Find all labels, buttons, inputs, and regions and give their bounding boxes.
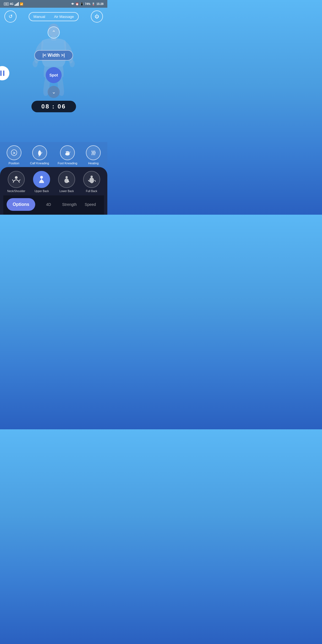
position-control[interactable]: Position <box>7 145 21 165</box>
lower-back-icon <box>62 175 71 184</box>
position-circle <box>7 145 21 160</box>
pause-icon <box>0 70 4 76</box>
full-back-label: Full Back <box>86 190 97 193</box>
status-left: HD 4G 📶 <box>4 2 23 6</box>
manual-mode-button[interactable]: Manual <box>29 13 50 21</box>
width-label: |< Width >| <box>43 53 65 58</box>
spot-label: Spot <box>49 73 58 77</box>
battery-level: 74% <box>85 2 90 6</box>
svg-point-5 <box>67 151 68 152</box>
upper-back-icon <box>37 175 46 184</box>
heating-icon <box>89 149 97 157</box>
battery-icon: 🪫 <box>92 2 95 6</box>
eye-icon: 👁 <box>71 2 74 6</box>
speed-tab[interactable]: Speed <box>80 200 101 209</box>
svg-point-10 <box>91 176 93 178</box>
svg-point-2 <box>32 60 38 67</box>
svg-point-6 <box>68 151 69 152</box>
network-indicator: 4G <box>10 2 13 6</box>
strength-tab[interactable]: Strength <box>59 200 80 209</box>
upper-back-circle <box>33 171 50 188</box>
width-button[interactable]: |< Width >| <box>34 50 73 61</box>
neck-shoulder-label: Neck/Shoulder <box>7 190 25 193</box>
neck-shoulder-circle <box>8 171 25 188</box>
spot-button[interactable]: Spot <box>46 67 62 83</box>
foot-kneading-circle <box>60 145 75 160</box>
status-right: 👁 ⏰ 📳 74% 🪫 15:28 <box>71 2 103 6</box>
calf-kneading-icon <box>36 149 43 157</box>
calf-kneading-control[interactable]: Calf Kneading <box>30 145 49 165</box>
body-area: ⌃ |< Width >| Spot ⌄ 08 : 06 <box>0 25 107 113</box>
down-chevron-button[interactable]: ⌄ <box>48 86 60 98</box>
timer-display: 08 : 06 <box>31 101 76 112</box>
full-back-icon <box>87 175 96 184</box>
alarm-icon: ⏰ <box>75 2 79 6</box>
heating-label: Heating <box>88 162 99 165</box>
svg-point-4 <box>66 151 67 152</box>
upper-back-label: Upper Back <box>34 190 49 193</box>
foot-kneading-icon <box>64 149 71 157</box>
signal-bars <box>15 2 19 6</box>
status-bar: HD 4G 📶 👁 ⏰ 📳 74% 🪫 15:28 <box>0 0 107 8</box>
back-button[interactable]: ↺ <box>4 10 17 23</box>
pause-button[interactable] <box>0 66 9 80</box>
clock-time: 15:28 <box>96 2 103 6</box>
calf-kneading-label: Calf Kneading <box>30 162 49 165</box>
up-chevron-button[interactable]: ⌃ <box>48 26 60 39</box>
full-back-button[interactable]: Full Back <box>83 171 100 193</box>
foot-kneading-label: Foot Kneading <box>58 162 77 165</box>
svg-point-9 <box>66 176 68 178</box>
options-tab[interactable]: Options <box>7 198 35 211</box>
hd-badge: HD <box>4 2 9 6</box>
wifi-icon: 📶 <box>20 2 23 6</box>
timer-value: 08 : 06 <box>41 103 66 110</box>
full-back-circle <box>83 171 100 188</box>
svg-point-7 <box>15 176 18 179</box>
upper-back-button[interactable]: Upper Back <box>33 171 50 193</box>
lower-back-button[interactable]: Lower Back <box>58 171 75 193</box>
top-controls-row: Position Calf Kneading <box>0 142 107 167</box>
calf-kneading-circle <box>32 145 47 160</box>
svg-point-8 <box>40 176 43 179</box>
foot-kneading-control[interactable]: Foot Kneading <box>58 145 77 165</box>
position-icon <box>10 149 18 156</box>
heating-control[interactable]: Heating <box>86 145 101 165</box>
neck-shoulder-button[interactable]: Neck/Shoulder <box>7 171 25 193</box>
svg-point-3 <box>70 60 75 67</box>
body-silhouette: ⌃ |< Width >| Spot ⌄ 08 : 06 <box>23 23 84 100</box>
tab-bar: Options 4D Strength Speed <box>3 195 104 215</box>
position-row: Neck/Shoulder Upper Back <box>3 171 104 195</box>
mode-toggle: Manual Air Massage <box>29 12 79 21</box>
lower-back-circle <box>58 171 75 188</box>
air-massage-mode-button[interactable]: Air Massage <box>50 13 78 21</box>
power-button[interactable]: ⏻ <box>91 10 103 23</box>
position-label: Position <box>9 162 19 165</box>
neck-shoulder-icon <box>12 175 21 184</box>
bottom-panel: Position Calf Kneading <box>0 142 107 215</box>
bluetooth-icon: 📳 <box>80 2 83 6</box>
4d-tab[interactable]: 4D <box>38 200 59 209</box>
heating-circle <box>86 145 101 160</box>
lower-back-label: Lower Back <box>59 190 74 193</box>
dark-section: Neck/Shoulder Upper Back <box>0 167 107 215</box>
